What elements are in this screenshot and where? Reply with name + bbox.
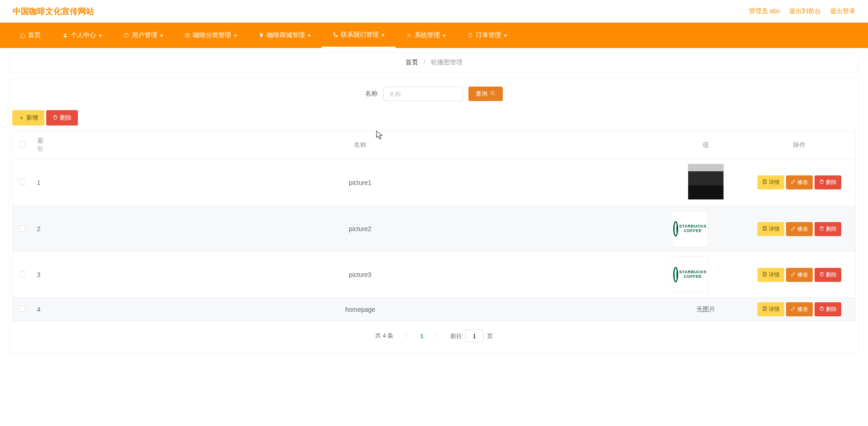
row-name: picture2 xyxy=(53,206,668,252)
nav-label: 系统管理 xyxy=(415,31,440,39)
data-table: 索引 名称 值 操作 1picture1 详情 修改 删除2picture2ST… xyxy=(12,131,856,321)
jump-prefix: 前往 xyxy=(450,333,462,339)
row-delete-button[interactable]: 删除 xyxy=(815,175,841,189)
breadcrumb-home[interactable]: 首页 xyxy=(405,58,418,66)
pagination-prev[interactable]: 〈 xyxy=(400,332,411,340)
row-index: 1 xyxy=(33,159,53,206)
row-checkbox[interactable] xyxy=(19,305,26,312)
row-name: homepage xyxy=(53,298,668,321)
pagination-jump-input[interactable] xyxy=(465,329,483,342)
nav-orders[interactable]: 订单管理 ▾ xyxy=(457,23,518,48)
pagination-current[interactable]: 1 xyxy=(417,333,426,339)
delete-button-label: 删除 xyxy=(60,114,72,122)
row-checkbox[interactable] xyxy=(19,225,26,232)
breadcrumb-separator: / xyxy=(420,58,429,66)
edit-icon xyxy=(791,306,796,313)
chevron-down-icon: ▾ xyxy=(308,32,311,39)
nav-contact[interactable]: 联系我们管理 ▾ xyxy=(322,23,395,48)
add-button[interactable]: ＋ 新增 xyxy=(12,110,44,126)
logout-link[interactable]: 退出登录 xyxy=(830,7,855,15)
main-nav: 首页 个人中心 ▾ 用户管理 ▾ 咖啡分类管理 ▾ 咖啡商城管理 ▾ 联系我们管… xyxy=(0,23,868,48)
row-edit-button[interactable]: 修改 xyxy=(786,302,813,316)
search-button[interactable]: 查询 xyxy=(468,87,503,101)
row-checkbox[interactable] xyxy=(19,179,26,185)
document-icon xyxy=(762,271,767,278)
trash-icon xyxy=(819,271,825,278)
nav-label: 首页 xyxy=(28,31,41,39)
trash-icon xyxy=(819,226,825,232)
pagination-jump: 前往 页 xyxy=(450,329,493,342)
pagination-total: 共 4 条 xyxy=(375,332,393,340)
delete-button[interactable]: 删除 xyxy=(46,110,78,126)
admin-link[interactable]: 管理员 abo xyxy=(749,7,780,15)
search-input[interactable] xyxy=(383,87,463,101)
trash-icon xyxy=(819,179,825,186)
no-image-text: 无图片 xyxy=(696,305,715,313)
search-label: 名称 xyxy=(365,90,378,98)
row-index: 3 xyxy=(33,252,53,298)
row-checkbox[interactable] xyxy=(19,271,26,277)
location-icon xyxy=(259,33,264,38)
header-right: 管理员 abo 退出到前台 退出登录 xyxy=(749,7,855,15)
th-name: 名称 xyxy=(53,131,668,159)
nav-category[interactable]: 咖啡分类管理 ▾ xyxy=(174,23,248,48)
gear-icon xyxy=(406,33,412,38)
table-row: 2picture2STARBUCKSCOFFEE 详情 修改 删除 xyxy=(13,206,856,252)
chevron-down-icon: ▾ xyxy=(160,32,163,39)
nav-label: 咖啡商城管理 xyxy=(267,31,305,39)
row-detail-button[interactable]: 详情 xyxy=(757,302,784,316)
pagination: 共 4 条 〈 1 〉 前往 页 xyxy=(10,329,858,342)
row-edit-button[interactable]: 修改 xyxy=(786,175,813,189)
nav-shop[interactable]: 咖啡商城管理 ▾ xyxy=(248,23,322,48)
th-ops: 操作 xyxy=(743,131,856,159)
search-icon xyxy=(490,91,496,97)
trash-icon xyxy=(819,306,825,313)
to-front-link[interactable]: 退出到前台 xyxy=(789,7,821,15)
search-button-label: 查询 xyxy=(476,90,487,98)
table-row: 3picture3STARBUCKSCOFFEE 详情 修改 删除 xyxy=(13,252,856,298)
row-name: picture3 xyxy=(53,252,668,298)
top-header: 中国咖啡文化宣传网站 管理员 abo 退出到前台 退出登录 xyxy=(0,0,868,23)
th-value: 值 xyxy=(668,131,743,159)
row-delete-button[interactable]: 删除 xyxy=(815,222,841,236)
row-delete-button[interactable]: 删除 xyxy=(815,268,841,282)
user-icon xyxy=(63,33,68,38)
chevron-down-icon: ▾ xyxy=(443,32,446,39)
nav-label: 订单管理 xyxy=(476,31,501,39)
row-delete-button[interactable]: 删除 xyxy=(815,302,841,316)
jump-suffix: 页 xyxy=(487,333,493,339)
table-row: 4homepage无图片 详情 修改 删除 xyxy=(13,298,856,321)
nav-label: 咖啡分类管理 xyxy=(193,31,231,39)
thumbnail-image[interactable] xyxy=(688,164,724,200)
row-detail-button[interactable]: 详情 xyxy=(757,175,784,189)
row-name: picture1 xyxy=(53,159,668,206)
nav-profile[interactable]: 个人中心 ▾ xyxy=(52,23,113,48)
plus-icon: ＋ xyxy=(19,114,24,122)
nav-system[interactable]: 系统管理 ▾ xyxy=(395,23,457,48)
row-index: 4 xyxy=(33,298,53,321)
breadcrumb: 首页 / 轮播图管理 xyxy=(9,53,859,73)
row-index: 2 xyxy=(33,206,53,252)
svg-rect-4 xyxy=(469,34,472,37)
select-all-checkbox[interactable] xyxy=(19,141,26,148)
row-edit-button[interactable]: 修改 xyxy=(786,222,813,236)
row-edit-button[interactable]: 修改 xyxy=(786,268,813,282)
chevron-down-icon: ▾ xyxy=(99,32,102,39)
document-icon xyxy=(762,306,767,313)
list-icon xyxy=(185,33,190,38)
nav-home[interactable]: 首页 xyxy=(9,23,52,48)
chevron-down-icon: ▾ xyxy=(234,32,237,39)
edit-icon xyxy=(791,179,796,186)
pagination-next[interactable]: 〉 xyxy=(433,332,444,340)
thumbnail-image[interactable]: STARBUCKSCOFFEE xyxy=(672,257,708,293)
svg-point-5 xyxy=(491,91,494,94)
row-detail-button[interactable]: 详情 xyxy=(757,268,784,282)
document-icon xyxy=(762,226,767,232)
breadcrumb-current: 轮播图管理 xyxy=(431,58,463,66)
trash-icon xyxy=(53,115,58,121)
home-icon xyxy=(20,33,25,38)
row-detail-button[interactable]: 详情 xyxy=(757,222,784,236)
thumbnail-image[interactable]: STARBUCKSCOFFEE xyxy=(672,211,708,247)
nav-users[interactable]: 用户管理 ▾ xyxy=(113,23,174,48)
nav-label: 联系我们管理 xyxy=(341,31,379,39)
